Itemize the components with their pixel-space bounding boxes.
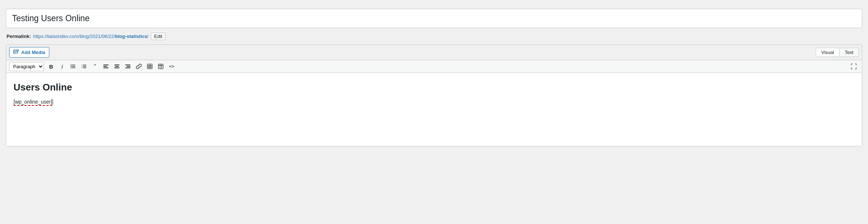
- table-alt-button[interactable]: [156, 62, 166, 71]
- svg-rect-22: [114, 67, 119, 68]
- permalink-slug: blog-statistics: [115, 34, 147, 39]
- tab-text[interactable]: Text: [840, 48, 859, 57]
- text-cursor: [53, 99, 53, 105]
- expand-button[interactable]: [849, 62, 859, 71]
- editor-wrapper: Testing Users Online Permalink: https://…: [6, 6, 862, 149]
- unordered-list-button[interactable]: [68, 62, 78, 71]
- editor-content-area[interactable]: Users Online [wp_online_user]: [6, 73, 862, 146]
- svg-rect-23: [125, 65, 130, 65]
- svg-rect-7: [72, 67, 75, 68]
- expand-icon: [851, 63, 857, 69]
- italic-button[interactable]: I: [57, 62, 67, 71]
- svg-rect-18: [103, 66, 107, 67]
- svg-rect-6: [72, 66, 75, 67]
- content-heading: Users Online: [14, 82, 854, 93]
- code-button[interactable]: <>: [167, 62, 177, 71]
- svg-rect-5: [72, 65, 75, 66]
- table-button[interactable]: [145, 62, 155, 71]
- svg-rect-31: [159, 64, 163, 69]
- permalink-url-suffix: /: [147, 34, 149, 39]
- svg-point-8: [71, 65, 71, 65]
- align-left-button[interactable]: [101, 62, 111, 71]
- svg-rect-26: [148, 64, 152, 69]
- permalink-row: Permalink: https://liaisondev.com/blog/2…: [6, 31, 862, 45]
- svg-rect-11: [83, 65, 86, 66]
- permalink-label: Permalink:: [7, 34, 31, 39]
- view-tabs: Visual Text: [816, 48, 859, 57]
- align-right-button[interactable]: [123, 62, 133, 71]
- permalink-url-base: https://liaisondev.com/blog/2021/06/22/: [33, 34, 115, 39]
- add-media-button[interactable]: Add Media: [9, 47, 49, 58]
- insert-link-button[interactable]: [134, 62, 144, 71]
- svg-rect-21: [115, 66, 119, 67]
- editor-format-toolbar: Paragraph B I 123 ": [6, 60, 862, 73]
- svg-point-1: [15, 51, 15, 51]
- svg-rect-24: [127, 66, 130, 67]
- permalink-edit-button[interactable]: Edit: [151, 32, 165, 40]
- post-title-input[interactable]: Testing Users Online: [6, 9, 862, 28]
- svg-rect-20: [114, 65, 119, 65]
- blockquote-button[interactable]: ": [90, 62, 100, 71]
- ordered-list-button[interactable]: 123: [79, 62, 89, 71]
- shortcode-text: [wp_online_user]: [14, 99, 52, 106]
- editor-container: Add Media Visual Text Paragraph B I 123: [6, 45, 862, 146]
- tab-visual[interactable]: Visual: [816, 48, 840, 57]
- editor-toolbar-top: Add Media Visual Text: [6, 45, 862, 60]
- add-media-label: Add Media: [21, 50, 45, 55]
- svg-text:3: 3: [81, 67, 83, 69]
- svg-rect-12: [83, 66, 86, 67]
- svg-rect-13: [83, 67, 86, 68]
- svg-rect-19: [103, 67, 108, 68]
- align-center-button[interactable]: [112, 62, 122, 71]
- svg-rect-25: [125, 67, 130, 68]
- svg-rect-17: [103, 65, 108, 65]
- paragraph-format-select[interactable]: Paragraph: [9, 62, 44, 71]
- permalink-link[interactable]: https://liaisondev.com/blog/2021/06/22/b…: [33, 34, 148, 39]
- content-shortcode: [wp_online_user]: [14, 99, 854, 105]
- add-media-icon: [13, 49, 19, 56]
- svg-point-10: [71, 67, 71, 68]
- svg-point-9: [71, 66, 71, 67]
- bold-button[interactable]: B: [46, 62, 56, 71]
